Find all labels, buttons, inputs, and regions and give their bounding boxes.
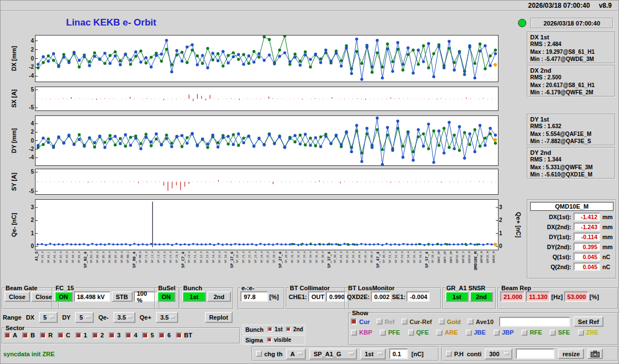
sector-checkbox-r[interactable]: R bbox=[40, 332, 53, 338]
sigma-legend: Sigma bbox=[245, 337, 263, 343]
show-checkbox-cur-ref[interactable]: Cur-Ref bbox=[401, 318, 432, 325]
linac-orbit-window: { "colors": {"title": "#1f1fd0", "lamp":… bbox=[0, 0, 619, 364]
beam-rep-legend: Beam Rep bbox=[500, 285, 532, 291]
checkbox-label: ZRE bbox=[586, 329, 598, 336]
show-checkbox-ref[interactable]: Ref bbox=[376, 318, 395, 325]
checkbox-label: 2nd bbox=[293, 326, 303, 332]
sector-checkbox-6[interactable]: 6 bbox=[159, 332, 170, 338]
show-checkbox-zre[interactable]: ZRE bbox=[578, 329, 598, 336]
sector-checkbox-1[interactable]: 1 bbox=[76, 332, 87, 338]
monitor-label: DX(1st): bbox=[530, 214, 571, 220]
show-checkbox-gold[interactable]: Gold bbox=[439, 318, 461, 325]
sector-checkbox-4[interactable]: 4 bbox=[125, 332, 137, 338]
checkbox-label: 6 bbox=[167, 332, 170, 338]
beam-gate-legend: Beam Gate bbox=[4, 285, 38, 291]
xaxis-label: SP_32_4 bbox=[297, 251, 303, 283]
show-checkbox-cur[interactable]: Cur bbox=[351, 318, 370, 325]
xaxis-label: SP_58_4 bbox=[431, 251, 437, 283]
bunch-1st-button[interactable]: 1st bbox=[182, 291, 206, 302]
show-checkbox-pfe[interactable]: PFE bbox=[380, 329, 400, 336]
show-checkbox-qfe[interactable]: QFE bbox=[408, 329, 429, 336]
show-checkbox-kbp[interactable]: KBP bbox=[351, 329, 372, 336]
show-checkbox-rfe[interactable]: RFE bbox=[521, 329, 542, 336]
xaxis-label: SP_A4_4 bbox=[72, 251, 78, 283]
sector-legend: Sector bbox=[4, 325, 26, 331]
checkbox-label: 1st bbox=[275, 326, 283, 332]
xaxis-label: SP_45_4 bbox=[364, 251, 370, 283]
axis-label-sy: SY [A] bbox=[10, 169, 18, 194]
dropdown-indicator-icon bbox=[349, 352, 354, 355]
checkbox-box bbox=[159, 332, 165, 338]
show-checkbox-are[interactable]: ARE bbox=[436, 329, 457, 336]
show-checkbox-jbp[interactable]: JBP bbox=[494, 329, 514, 336]
sector-checkbox-bt[interactable]: BT bbox=[176, 332, 193, 338]
stat-box-dx-1st: DX 1stRMS : 2.484Max : 19.297@S8_61_H1Mi… bbox=[527, 32, 616, 64]
xaxis-label: SP_53_4 bbox=[401, 251, 407, 283]
monitor-row: Q(1st):0.045nC bbox=[530, 252, 613, 261]
aux-input[interactable] bbox=[516, 348, 555, 359]
xaxis-label: SP_15_4 bbox=[218, 251, 224, 283]
checkbox-box bbox=[268, 327, 273, 332]
xaxis-label: SP_12_4 bbox=[200, 251, 206, 283]
bunch-view-checkbox-2nd[interactable]: 2nd bbox=[286, 326, 303, 332]
bunch-2nd-button[interactable]: 2nd bbox=[207, 291, 231, 302]
xaxis-label: QWFE_2M bbox=[444, 251, 450, 283]
bunch-view-legend: Bunch bbox=[245, 326, 264, 333]
fc15-stb-button[interactable]: STB bbox=[112, 291, 133, 302]
monitor-unit: mm bbox=[602, 214, 613, 220]
replot-button[interactable]: Replot bbox=[205, 312, 233, 323]
se1-value-field: -0.004 bbox=[406, 291, 430, 302]
sigma-checkbox-visible[interactable]: visible bbox=[267, 337, 291, 343]
show-checkbox-sfe[interactable]: SFE bbox=[550, 329, 570, 336]
threshold-input[interactable] bbox=[389, 348, 408, 359]
beam-gate-close-button-1[interactable]: Close bbox=[4, 291, 30, 302]
show-checkbox-ave10[interactable]: Ave10 bbox=[467, 318, 494, 325]
set-ref-button[interactable]: Set Ref bbox=[573, 316, 603, 327]
show-checkboxes-2: KBPPFEQFEAREJBEJBPRFESFEZRE bbox=[351, 329, 616, 336]
resize-button[interactable]: resize bbox=[558, 348, 584, 359]
checkbox-label: Ave10 bbox=[476, 318, 494, 325]
sector-checkbox-c[interactable]: C bbox=[58, 332, 71, 338]
checkbox-label: B bbox=[31, 332, 35, 338]
xaxis-label: SP_B5_4 bbox=[102, 251, 108, 283]
sp-monitor-dropdown[interactable]: SP_A1_G bbox=[309, 348, 357, 360]
sector-checkbox-3[interactable]: 3 bbox=[109, 332, 120, 338]
gr-a1-2nd-button[interactable]: 2nd bbox=[470, 291, 493, 302]
range-dx-dropdown[interactable]: 5 bbox=[39, 312, 58, 323]
fc15-voltage-field: 18.498 kV bbox=[74, 291, 110, 302]
xaxis-label: SP_42_4 bbox=[346, 251, 352, 283]
ytick-label: 4 bbox=[25, 120, 34, 127]
checkbox-label: RFE bbox=[530, 329, 542, 336]
stat-line: Max : 5.331@QWFE_3M bbox=[530, 164, 612, 171]
sector-checkbox-5[interactable]: 5 bbox=[142, 332, 154, 338]
mode-dropdown[interactable]: A bbox=[286, 348, 306, 360]
xaxis-label: SP_C3_4 bbox=[157, 251, 163, 283]
busel-on-button[interactable]: ON bbox=[157, 291, 175, 302]
show-checkbox-jbe[interactable]: JBE bbox=[466, 329, 486, 336]
range-qe-dropdown[interactable]: 3.5 bbox=[156, 312, 178, 323]
ytick-label: 4 bbox=[25, 38, 34, 44]
titlebar-datetime: 2026/03/18 07:00:40 bbox=[528, 2, 590, 9]
bunch-dropdown[interactable]: 1st bbox=[360, 348, 386, 360]
monitor-label: DY(1st): bbox=[530, 234, 571, 240]
snapshot-button[interactable] bbox=[587, 348, 603, 359]
dy-canvas bbox=[36, 116, 498, 165]
dropdown-indicator-icon bbox=[85, 316, 90, 318]
ref-name-input[interactable] bbox=[499, 317, 570, 327]
checkbox-label: 5 bbox=[150, 332, 154, 338]
xaxis-label: SP_27_4 bbox=[279, 251, 285, 283]
stat-line: Min : -5.477@QWDE_3M bbox=[530, 56, 612, 63]
range-qe-dropdown[interactable]: 3.5 bbox=[113, 312, 135, 323]
bunch-view-checkbox-1st[interactable]: 1st bbox=[268, 326, 283, 332]
fc15-on-button[interactable]: ON bbox=[54, 291, 73, 302]
checkbox-box bbox=[376, 318, 383, 325]
sector-checkbox-a[interactable]: A bbox=[4, 332, 17, 338]
ph-checkbox[interactable]: P.H bbox=[446, 351, 464, 357]
gr-a1-1st-button[interactable]: 1st bbox=[445, 291, 469, 302]
ytick-label: 2 bbox=[25, 217, 34, 223]
chg-th-checkbox[interactable]: chg th bbox=[256, 351, 283, 357]
rep-count-dropdown[interactable]: 300 bbox=[485, 348, 512, 360]
sector-checkbox-2[interactable]: 2 bbox=[92, 332, 104, 338]
range-dy-dropdown[interactable]: 5 bbox=[75, 312, 94, 323]
sector-checkbox-b[interactable]: B bbox=[22, 332, 35, 338]
